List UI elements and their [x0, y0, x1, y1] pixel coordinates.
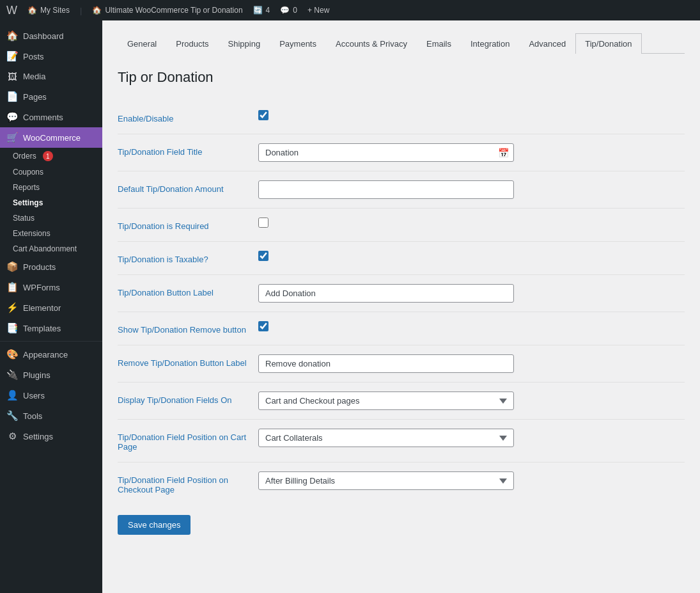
- settings-form: Enable/Disable Tip/Donation Field Title: [118, 101, 685, 535]
- tools-icon: 🔧: [6, 410, 18, 422]
- sidebar-item-users[interactable]: 👤 Users: [0, 385, 102, 406]
- table-row: Tip/Donation Field Position on Checkout …: [118, 463, 685, 505]
- tab-products[interactable]: Products: [166, 33, 218, 54]
- settings-tabs: General Products Shipping Payments Accou…: [118, 33, 685, 54]
- save-changes-button[interactable]: Save changes: [118, 515, 191, 535]
- comments-link[interactable]: 💬 0: [280, 6, 297, 15]
- sidebar-subitem-extensions[interactable]: Extensions: [6, 226, 102, 241]
- display-on-label: Display Tip/Donation Fields On: [118, 395, 231, 405]
- sidebar-item-tools[interactable]: 🔧 Tools: [0, 406, 102, 426]
- table-row: Enable/Disable: [118, 101, 685, 134]
- sidebar-subitem-cart-abandonment[interactable]: Cart Abandonment: [6, 241, 102, 257]
- sidebar-subitem-coupons[interactable]: Coupons: [6, 164, 102, 180]
- sidebar-item-settings-main[interactable]: ⚙ Settings: [0, 426, 102, 447]
- page-title: Tip or Donation: [118, 69, 685, 86]
- cart-position-label: Tip/Donation Field Position on Cart Page: [118, 432, 246, 452]
- posts-icon: 📝: [6, 51, 18, 62]
- checkout-position-select[interactable]: After Billing Details Before Order Revie…: [258, 471, 514, 490]
- button-label-input[interactable]: [258, 284, 514, 303]
- tab-advanced[interactable]: Advanced: [519, 33, 575, 54]
- table-row: Tip/Donation Field Title 📅: [118, 134, 685, 171]
- sidebar-subitem-settings[interactable]: Settings: [6, 195, 102, 210]
- sidebar-item-comments[interactable]: 💬 Comments: [0, 107, 102, 127]
- table-row: Remove Tip/Donation Button Label: [118, 345, 685, 383]
- main-content: General Products Shipping Payments Accou…: [102, 20, 700, 593]
- woocommerce-submenu: Orders 1 Coupons Reports Settings Status…: [0, 148, 102, 257]
- sidebar-item-pages[interactable]: 📄 Pages: [0, 86, 102, 107]
- show-remove-label: Show Tip/Donation Remove button: [118, 325, 246, 335]
- sidebar-item-elementor[interactable]: ⚡ Elementor: [0, 297, 102, 318]
- table-row: Show Tip/Donation Remove button: [118, 312, 685, 345]
- sidebar-item-plugins[interactable]: 🔌 Plugins: [0, 365, 102, 385]
- media-icon: 🖼: [6, 71, 18, 82]
- remove-label-input[interactable]: [258, 354, 514, 373]
- wpforms-icon: 📋: [6, 281, 18, 293]
- my-sites-link[interactable]: 🏠 My Sites: [27, 6, 70, 15]
- checkout-position-label: Tip/Donation Field Position on Checkout …: [118, 475, 228, 494]
- sidebar-item-media[interactable]: 🖼 Media: [0, 67, 102, 86]
- sidebar-item-woocommerce[interactable]: 🛒 WooCommerce: [0, 127, 102, 148]
- sidebar-item-products[interactable]: 📦 Products: [0, 257, 102, 277]
- is-required-checkbox[interactable]: [258, 217, 268, 228]
- table-row: Default Tip/Donation Amount: [118, 171, 685, 209]
- calendar-icon: 📅: [498, 148, 509, 158]
- field-title-input[interactable]: [258, 143, 514, 162]
- is-taxable-label: Tip/Donation is Taxable?: [118, 255, 208, 264]
- elementor-icon: ⚡: [6, 302, 18, 313]
- products-icon: 📦: [6, 261, 18, 273]
- cart-position-select[interactable]: Cart Collaterals Before Cart After Cart: [258, 429, 514, 447]
- is-required-label: Tip/Donation is Required: [118, 221, 209, 231]
- tab-tip-donation[interactable]: Tip/Donation: [575, 33, 641, 54]
- plugins-icon: 🔌: [6, 369, 18, 381]
- sidebar-item-wpforms[interactable]: 📋 WPForms: [0, 277, 102, 297]
- tab-shipping[interactable]: Shipping: [219, 33, 270, 54]
- tab-accounts-privacy[interactable]: Accounts & Privacy: [326, 33, 417, 54]
- settings-main-icon: ⚙: [6, 431, 18, 442]
- remove-label-label: Remove Tip/Donation Button Label: [118, 358, 247, 368]
- pages-icon: 📄: [6, 91, 18, 102]
- is-taxable-checkbox[interactable]: [258, 251, 268, 261]
- enable-disable-label: Enable/Disable: [118, 114, 173, 123]
- table-row: Tip/Donation Field Position on Cart Page…: [118, 420, 685, 463]
- sidebar-subitem-reports[interactable]: Reports: [6, 180, 102, 195]
- woocommerce-icon: 🛒: [6, 132, 18, 143]
- field-title-label: Tip/Donation Field Title: [118, 147, 202, 157]
- table-row: Tip/Donation is Taxable?: [118, 242, 685, 275]
- updates-link[interactable]: 🔄 4: [253, 6, 270, 15]
- button-label-label: Tip/Donation Button Label: [118, 288, 214, 297]
- tab-emails[interactable]: Emails: [417, 33, 461, 54]
- admin-bar: W 🏠 My Sites | 🏠 Ultimate WooCommerce Ti…: [0, 0, 700, 20]
- settings-table: Enable/Disable Tip/Donation Field Title: [118, 101, 685, 505]
- display-on-select[interactable]: Cart and Checkout pages Cart page only C…: [258, 391, 514, 410]
- sidebar-subitem-orders[interactable]: Orders 1: [6, 148, 102, 164]
- new-link[interactable]: + New: [307, 6, 329, 15]
- field-title-wrapper: 📅: [258, 143, 514, 162]
- sidebar-item-templates[interactable]: 📑 Templates: [0, 318, 102, 338]
- dashboard-icon: 🏠: [6, 30, 18, 42]
- table-row: Tip/Donation is Required: [118, 209, 685, 242]
- sidebar-subitem-status[interactable]: Status: [6, 210, 102, 226]
- default-amount-label: Default Tip/Donation Amount: [118, 184, 224, 194]
- users-icon: 👤: [6, 390, 18, 401]
- appearance-icon: 🎨: [6, 349, 18, 360]
- sidebar: 🏠 Dashboard 📝 Posts 🖼 Media 📄 Pages 💬 Co…: [0, 20, 102, 593]
- sidebar-item-appearance[interactable]: 🎨 Appearance: [0, 344, 102, 365]
- table-row: Tip/Donation Button Label: [118, 275, 685, 312]
- templates-icon: 📑: [6, 322, 18, 334]
- orders-badge: 1: [43, 151, 53, 161]
- sidebar-item-posts[interactable]: 📝 Posts: [0, 46, 102, 67]
- tab-payments[interactable]: Payments: [270, 33, 326, 54]
- site-name-link[interactable]: 🏠 Ultimate WooCommerce Tip or Donation: [92, 6, 242, 15]
- enable-disable-checkbox[interactable]: [258, 110, 268, 120]
- show-remove-checkbox[interactable]: [258, 321, 268, 331]
- tab-integration[interactable]: Integration: [461, 33, 519, 54]
- tab-general[interactable]: General: [118, 33, 166, 54]
- wp-logo: W: [6, 4, 17, 17]
- table-row: Display Tip/Donation Fields On Cart and …: [118, 383, 685, 420]
- default-amount-input[interactable]: [258, 180, 514, 199]
- comments-icon: 💬: [6, 111, 18, 123]
- sidebar-item-dashboard[interactable]: 🏠 Dashboard: [0, 26, 102, 46]
